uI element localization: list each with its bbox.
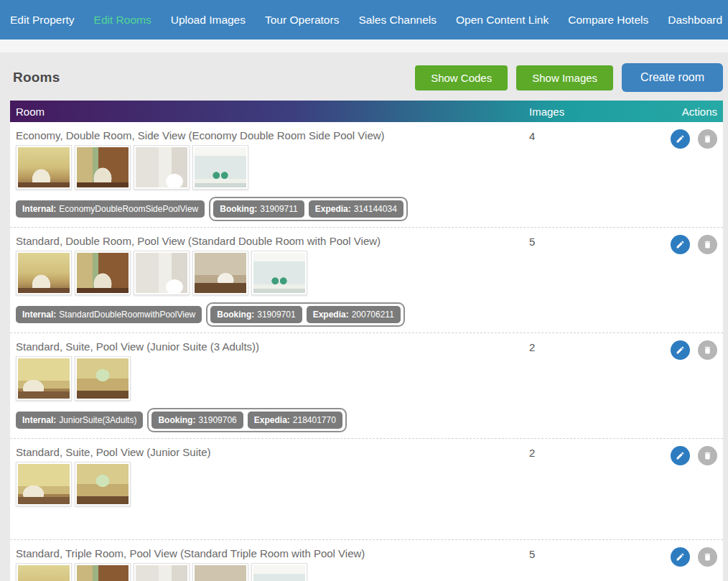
column-header-images: Images	[529, 106, 651, 118]
trash-icon	[703, 134, 712, 144]
image-count: 5	[529, 235, 651, 248]
room-photo-bedroom-brown	[75, 145, 131, 190]
edit-room-button[interactable]	[671, 340, 690, 360]
nav-item-upload-images[interactable]: Upload Images	[171, 14, 246, 27]
create-room-button[interactable]: Create room	[622, 63, 723, 92]
room-photo-suite-living	[16, 356, 72, 401]
delete-room-button[interactable]	[698, 129, 717, 149]
bathroom-vanity-image	[195, 565, 246, 581]
room-photo-bedroom-brown	[75, 563, 131, 581]
channel-code-badge: Booking:31909706	[151, 412, 243, 429]
main-content: Rooms Show Codes Show Images Create room…	[0, 52, 728, 581]
room-code-badges: Internal:JuniorSuite(3Adults) Booking:31…	[16, 408, 529, 432]
suite-window-image	[77, 358, 129, 399]
nav-item-dashboard[interactable]: Dashboard	[668, 14, 722, 27]
delete-room-button[interactable]	[698, 446, 717, 465]
room-photo-suite-living	[16, 462, 72, 506]
channel-code-value: 31909706	[198, 415, 236, 425]
column-header-room: Room	[16, 106, 529, 118]
trash-icon	[703, 552, 712, 562]
edit-room-button[interactable]	[671, 547, 690, 567]
bathroom-shower-image	[136, 565, 187, 581]
show-images-button[interactable]: Show Images	[516, 65, 613, 90]
room-name: Economy, Double Room, Side View (Economy…	[16, 129, 529, 141]
channel-code-label: Booking:	[158, 415, 195, 425]
delete-room-button[interactable]	[698, 547, 717, 567]
delete-room-button[interactable]	[698, 340, 717, 360]
channel-code-badge: Booking:31909711	[213, 200, 304, 218]
nav-item-edit-property[interactable]: Edit Property	[10, 14, 75, 27]
image-count: 5	[529, 547, 651, 560]
subnav-strip	[0, 39, 728, 52]
bedroom-yellow-image	[18, 147, 70, 187]
channel-code-label: Booking:	[220, 204, 257, 214]
channel-code-label: Expedia:	[315, 204, 351, 214]
room-thumbnails	[16, 462, 529, 506]
room-name: Standard, Suite, Pool View (Junior Suite…	[16, 446, 529, 458]
internal-code-value: EconomyDoubleRoomSidePoolView	[59, 204, 198, 214]
show-codes-button[interactable]: Show Codes	[415, 65, 508, 90]
channel-code-value: 31909701	[257, 310, 295, 320]
nav-item-open-content-link[interactable]: Open Content Link	[456, 14, 549, 27]
table-row: Standard, Suite, Pool View (Junior Suite…	[10, 439, 723, 540]
edit-room-button[interactable]	[671, 446, 690, 465]
room-photo-bedroom-yellow	[16, 563, 72, 581]
trash-icon	[703, 345, 712, 355]
channel-code-badge: Expedia:200706211	[307, 306, 401, 323]
page-header: Rooms Show Codes Show Images Create room	[10, 52, 723, 101]
internal-code-value: JuniorSuite(3Adults)	[59, 415, 136, 425]
suite-living-image	[18, 464, 70, 504]
room-name: Standard, Suite, Pool View (Junior Suite…	[16, 340, 529, 353]
nav-item-tour-operators[interactable]: Tour Operators	[265, 14, 339, 27]
balcony-image	[253, 253, 305, 293]
internal-code-label: Internal:	[22, 415, 56, 425]
trash-icon	[703, 240, 712, 249]
rooms-table-header: Room Images Actions	[10, 101, 723, 122]
table-row: Standard, Double Room, Pool View (Standa…	[10, 228, 723, 333]
room-thumbnails	[16, 251, 529, 295]
edit-room-button[interactable]	[671, 235, 690, 254]
column-header-actions: Actions	[651, 106, 717, 118]
rooms-table-body: Economy, Double Room, Side View (Economy…	[10, 122, 723, 581]
delete-room-button[interactable]	[698, 235, 717, 254]
channel-code-value: 31909711	[260, 204, 298, 214]
nav-item-compare-hotels[interactable]: Compare Hotels	[568, 14, 648, 27]
image-count: 2	[529, 446, 651, 459]
bathroom-shower-image	[136, 253, 187, 293]
nav-item-sales-channels[interactable]: Sales Channels	[358, 14, 437, 27]
bathroom-shower-image	[136, 147, 187, 187]
room-thumbnails	[16, 145, 529, 190]
room-thumbnails	[16, 563, 529, 581]
balcony-image	[253, 565, 305, 581]
room-name: Standard, Triple Room, Pool View (Standa…	[16, 547, 529, 559]
internal-code-label: Internal:	[22, 310, 56, 320]
pencil-icon	[676, 451, 685, 460]
bedroom-yellow-image	[18, 253, 70, 293]
bathroom-vanity-image	[195, 253, 246, 293]
channel-codes-group: Booking:31909711Expedia:314144034	[209, 197, 408, 221]
room-photo-bathroom-shower	[134, 563, 190, 581]
room-photo-suite-window	[75, 356, 131, 401]
trash-icon	[703, 451, 712, 460]
internal-code-badge: Internal:EconomyDoubleRoomSidePoolView	[16, 200, 205, 218]
channel-code-value: 314144034	[354, 204, 397, 214]
suite-living-image	[18, 358, 70, 399]
bedroom-brown-image	[77, 565, 129, 581]
channel-code-label: Expedia:	[254, 415, 290, 425]
top-nav-list: Edit PropertyEdit RoomsUpload ImagesTour…	[10, 14, 722, 27]
room-code-badges: Internal:StandardDoubleRoomwithPoolView …	[16, 302, 529, 327]
internal-code-badge: Internal:JuniorSuite(3Adults)	[16, 412, 143, 429]
room-photo-balcony	[192, 145, 248, 190]
channel-code-value: 200706211	[352, 310, 394, 320]
room-code-badges: Internal:EconomyDoubleRoomSidePoolView B…	[16, 197, 529, 221]
room-photo-balcony	[251, 563, 307, 581]
room-thumbnails	[16, 356, 529, 401]
nav-item-edit-rooms[interactable]: Edit Rooms	[94, 14, 151, 27]
image-count: 2	[529, 340, 651, 353]
header-buttons: Show Codes Show Images Create room	[406, 63, 723, 92]
channel-codes-group: Booking:31909701Expedia:200706211	[206, 302, 405, 327]
balcony-image	[195, 147, 246, 187]
page-title: Rooms	[13, 70, 60, 85]
edit-room-button[interactable]	[671, 129, 690, 149]
room-photo-balcony	[251, 251, 307, 295]
